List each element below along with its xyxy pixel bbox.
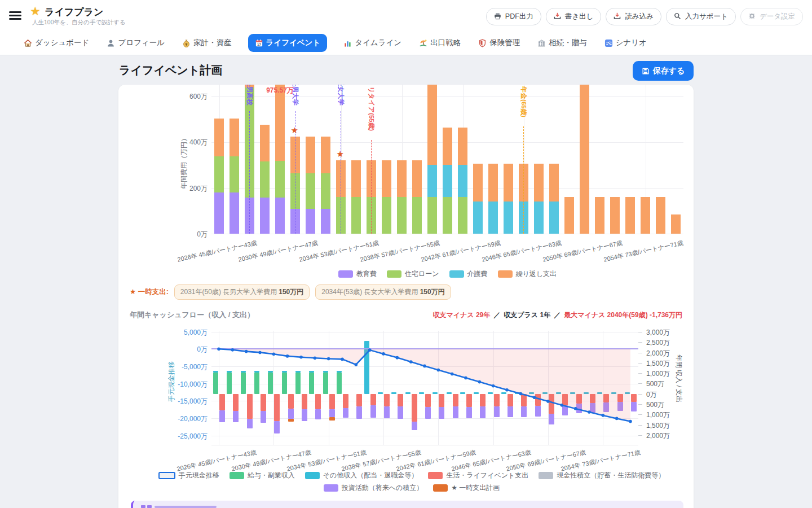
- right-y-tick: 1,000万: [646, 410, 670, 420]
- legend-item-現金性積立（貯蓄・生活防衛費等）[interactable]: 現金性積立（貯蓄・生活防衛費等）: [539, 471, 665, 480]
- bar-segment-住宅ローン: [412, 197, 422, 234]
- legend-label: 住宅ローン: [405, 269, 439, 279]
- tab-保険管理[interactable]: 保険管理: [477, 34, 521, 52]
- left-y-tick: -20,000万: [164, 414, 208, 424]
- bar-segment-繰り返し支出: [321, 137, 330, 173]
- legend-item-介護費[interactable]: 介護費: [449, 269, 488, 279]
- bar-segment-繰り返し支出: [275, 85, 285, 161]
- bar-segment-教育費: [230, 192, 239, 234]
- bar-segment-繰り返し支出: [534, 164, 544, 202]
- right-y-tick: 1,500万: [646, 359, 670, 369]
- toolbar-button-データ設定[interactable]: データ設定: [740, 8, 803, 25]
- bar-segment-繰り返し支出: [671, 214, 681, 234]
- gear-icon: [748, 12, 757, 21]
- tab-label: 出口戦略: [430, 38, 461, 48]
- bar-segment-教育費: [290, 209, 300, 234]
- bar-segment-教育費: [321, 209, 330, 234]
- tab-プロフィール[interactable]: プロフィール: [105, 34, 166, 52]
- toolbar-button-書き出し[interactable]: 書き出し: [546, 8, 602, 25]
- bar-segment-住宅ローン: [214, 156, 224, 192]
- legend-item-繰り返し支出[interactable]: 繰り返し支出: [498, 269, 557, 279]
- legend-label: 投資活動（将来への積立）: [342, 483, 423, 493]
- legend-swatch: [449, 270, 464, 278]
- page-title: ライフイベント計画: [119, 63, 222, 78]
- printer-icon: [494, 12, 502, 21]
- legend-item-住宅ローン[interactable]: 住宅ローン: [387, 269, 439, 279]
- app-root: ★ ライフプラン 人生100年を、自分の手で設計する PDF出力書き出し読み込み…: [0, 0, 812, 508]
- app-logo-star-icon: ★: [30, 5, 41, 18]
- right-tick-mark: [638, 342, 642, 343]
- onetime-star-marker: ★: [291, 125, 298, 135]
- cashflow-stat: 最大マイナス 2040年(59歳) -1,736万円: [564, 310, 682, 320]
- bar-segment-繰り返し支出: [519, 164, 528, 202]
- event-label-長女大学: 長女大学: [337, 85, 345, 106]
- bar-segment-介護費: [458, 165, 467, 197]
- toolbar-button-読み込み[interactable]: 読み込み: [606, 8, 661, 25]
- bar-segment-住宅ローン: [306, 173, 315, 209]
- search-icon: [674, 12, 682, 21]
- floppy-icon: [642, 67, 650, 75]
- tab-ダッシュボード[interactable]: ダッシュボード: [23, 34, 90, 52]
- legend-swatch: [539, 472, 553, 479]
- legend-item-給与・副業収入[interactable]: 給与・副業収入: [230, 471, 295, 480]
- right-y-tick: 2,000万: [646, 431, 670, 441]
- event-line-長男高校: [249, 111, 250, 234]
- tab-家計・資産[interactable]: ¥家計・資産: [181, 34, 233, 52]
- toolbar-button-入力サポート[interactable]: 入力サポート: [666, 8, 736, 25]
- left-y-tick: 5,000万: [164, 328, 208, 338]
- chart2-legend-row2: 投資活動（将来への積立）★ 一時支出計画: [130, 483, 694, 493]
- save-button[interactable]: 保存する: [633, 61, 694, 81]
- tab-出口戦略[interactable]: 出口戦略: [418, 34, 462, 52]
- legend-label: 教育費: [356, 269, 377, 279]
- right-tick-mark: [638, 353, 642, 353]
- tab-タイムライン[interactable]: タイムライン: [342, 34, 403, 52]
- event-line-長女大学: [341, 111, 341, 234]
- tab-ライフイベント[interactable]: 17ライフイベント: [248, 34, 328, 52]
- right-y-tick: 1,500万: [646, 421, 670, 431]
- y-tick-label: 600万: [169, 92, 208, 102]
- cashflow-section-title: 年間キャッシュフロー（収入 / 支出）: [130, 310, 254, 320]
- toolbar-button-label: 読み込み: [625, 12, 654, 21]
- event-line-リタイア(55歳): [371, 140, 372, 234]
- tab-シナリオ[interactable]: シナリオ: [603, 34, 648, 52]
- tab-label: プロフィール: [118, 38, 165, 48]
- legend-item-その他収入（配当・退職金等）[interactable]: その他収入（配当・退職金等）: [305, 471, 418, 480]
- right-y-tick: 500万: [646, 400, 664, 410]
- bar-segment-繰り返し支出: [641, 197, 650, 234]
- toolbar-button-label: データ設定: [760, 12, 795, 21]
- bar-segment-繰り返し支出: [443, 128, 452, 165]
- cashflow-stat: 収支プラス 1年: [504, 310, 550, 320]
- legend-item-生活・ライフイベント支出[interactable]: 生活・ライフイベント支出: [428, 471, 528, 480]
- legend-item-投資活動（将来への積立）[interactable]: 投資活動（将来への積立）: [324, 483, 423, 493]
- tab-相続・贈与[interactable]: 相続・贈与: [536, 34, 588, 52]
- expense-chart-plot: 長男高校長男大学長女大学リタイア(55歳)年金(65歳)★★975.57万: [211, 85, 683, 234]
- onetime-star-marker: ★: [337, 149, 344, 159]
- bar-segment-繰り返し支出: [306, 137, 315, 173]
- hamburger-menu-icon[interactable]: [9, 11, 21, 20]
- header-toolbar: PDF出力書き出し読み込み入力サポートデータ設定: [486, 8, 803, 25]
- right-tick-mark: [638, 332, 642, 332]
- tab-label: ダッシュボード: [35, 38, 89, 48]
- left-y-tick: -15,000万: [164, 397, 208, 406]
- legend-item-教育費[interactable]: 教育費: [338, 269, 377, 279]
- bar-segment-住宅ローン: [321, 173, 330, 209]
- cashflow-chart-plot: [211, 327, 638, 446]
- right-y-tick: 1,000万: [646, 369, 670, 379]
- bar-segment-住宅ローン: [397, 197, 407, 234]
- app-subtitle: 人生100年を、自分の手で設計する: [32, 19, 126, 27]
- bar-segment-教育費: [245, 198, 254, 234]
- bar-segment-繰り返し支出: [382, 160, 391, 197]
- right-tick-mark: [638, 394, 642, 395]
- right-tick-mark: [638, 425, 642, 426]
- bar-segment-教育費: [260, 198, 270, 234]
- import-tray-icon: [614, 12, 622, 21]
- tab-label: ライフイベント: [266, 38, 321, 48]
- legend-swatch: [324, 484, 338, 492]
- save-button-label: 保存する: [653, 66, 685, 76]
- legend-item-★ 一時支出計画[interactable]: ★ 一時支出計画: [433, 483, 500, 493]
- legend-item-手元現金推移[interactable]: 手元現金推移: [158, 471, 219, 480]
- person-icon: [107, 39, 115, 47]
- cashflow-stat: ／: [493, 310, 500, 320]
- bar-segment-介護費: [427, 165, 437, 197]
- toolbar-button-PDF出力[interactable]: PDF出力: [486, 8, 541, 25]
